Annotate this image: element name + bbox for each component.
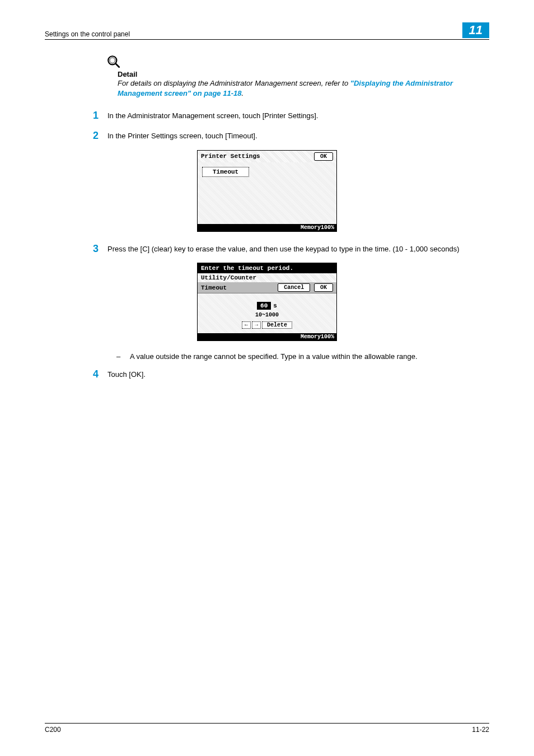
step-3-note-text: A value outside the range cannot be spec… [130, 352, 418, 361]
screen2-body: 60s 10~1000 ←→Delete [198, 293, 336, 333]
header-section-title: Settings on the control panel [45, 30, 130, 38]
page-footer: C200 11-22 [45, 723, 489, 734]
timeout-value-display: 60s [257, 301, 277, 310]
screen2-section: Timeout [201, 284, 227, 291]
detail-callout: Detail For details on displaying the Adm… [106, 54, 489, 99]
printer-settings-screen: Printer Settings OK Timeout Memory100% [197, 150, 337, 232]
step-2: 2 In the Printer Settings screen, touch … [45, 130, 489, 142]
step-2-text: In the Printer Settings screen, touch [T… [107, 130, 489, 142]
dash-icon: – [116, 352, 130, 361]
screen1-header: Printer Settings OK [198, 151, 336, 162]
timeout-range: 10~1000 [202, 312, 332, 318]
step-4-number: 4 [85, 368, 107, 381]
arrow-left-button[interactable]: ← [242, 321, 251, 329]
step-3: 3 Press the [C] (clear) key to erase the… [45, 243, 489, 255]
step-4: 4 Touch [OK]. [45, 368, 489, 381]
step-3-number: 3 [85, 243, 107, 255]
screen2-ok-button[interactable]: OK [314, 283, 333, 292]
screen2-cancel-button[interactable]: Cancel [278, 283, 310, 292]
screen2-memory: Memory100% [198, 333, 336, 340]
page-header: Settings on the control panel 11 [45, 22, 489, 40]
step-1-number: 1 [85, 110, 107, 122]
screen1-title: Printer Settings [201, 153, 260, 160]
screen1-memory: Memory100% [198, 224, 336, 231]
screen2-breadcrumb: Utility/Counter [198, 273, 336, 282]
timeout-button[interactable]: Timeout [202, 167, 249, 177]
detail-label: Detail [118, 70, 489, 78]
screen1-ok-button[interactable]: OK [314, 152, 333, 161]
screen1-body: Timeout [198, 162, 336, 224]
step-2-number: 2 [85, 130, 107, 142]
screenshot-2-wrap: Enter the timeout period. Utility/Counte… [45, 263, 489, 341]
magnifier-icon [106, 54, 489, 69]
step-1: 1 In the Administrator Management screen… [45, 110, 489, 122]
svg-line-2 [115, 63, 119, 67]
detail-suffix: . [241, 89, 243, 97]
keypad-row: ←→Delete [202, 320, 332, 329]
step-3-text: Press the [C] (clear) key to erase the v… [107, 243, 489, 255]
timeout-entry-screen: Enter the timeout period. Utility/Counte… [197, 263, 337, 341]
arrow-right-button[interactable]: → [252, 321, 261, 329]
screenshot-1-wrap: Printer Settings OK Timeout Memory100% [45, 150, 489, 232]
step-3-note: – A value outside the range cannot be sp… [116, 352, 489, 361]
step-1-text: In the Administrator Management screen, … [107, 110, 489, 122]
screen2-header: Timeout Cancel OK [198, 282, 336, 293]
footer-model: C200 [45, 726, 61, 734]
timeout-unit: s [273, 302, 277, 309]
footer-page: 11-22 [472, 726, 489, 734]
chapter-number-badge: 11 [462, 22, 489, 38]
screen2-instruction: Enter the timeout period. [198, 263, 336, 273]
detail-text: For details on displaying the Administra… [118, 78, 489, 99]
step-4-text: Touch [OK]. [107, 368, 489, 381]
delete-button[interactable]: Delete [262, 321, 292, 329]
detail-prefix: For details on displaying the Administra… [118, 79, 350, 87]
svg-point-1 [110, 58, 115, 63]
timeout-value: 60 [257, 302, 271, 310]
